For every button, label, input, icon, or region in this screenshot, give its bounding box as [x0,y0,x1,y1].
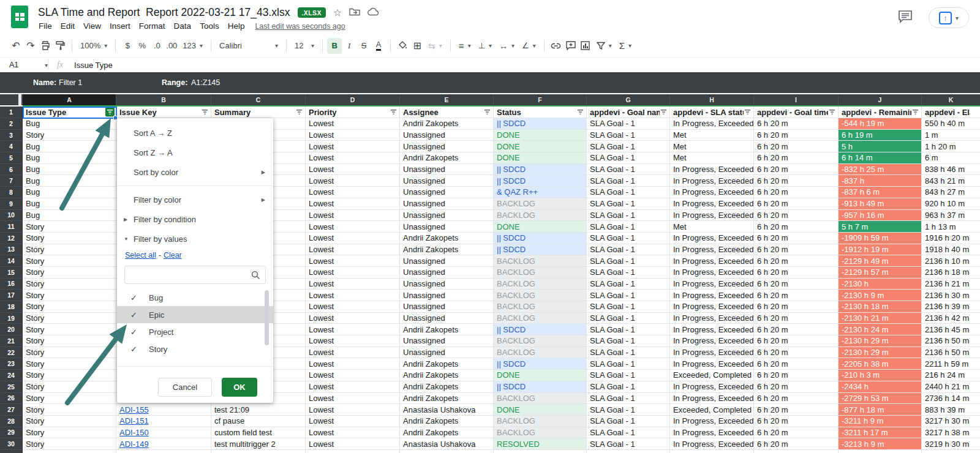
menu-item-sort-az[interactable]: Sort A → Z [117,123,273,143]
column-header-I[interactable]: I [754,94,839,105]
cell-E14[interactable]: Unassigned [400,255,494,267]
cell-D26[interactable]: Lowest [306,393,400,405]
cell-F12[interactable]: || SDCD [494,233,587,244]
cell-K5[interactable]: 6 m [922,152,980,164]
row-header-19[interactable]: 19 [0,313,23,324]
cell-E10[interactable]: Unassigned [400,210,494,222]
menu-item-sort-by-color[interactable]: Sort by color ▶ [117,162,273,182]
cell-A5[interactable]: Bug [23,152,116,164]
cell-D18[interactable]: Lowest [306,301,400,313]
cell-F15[interactable]: BACKLOG [494,267,587,279]
menu-data[interactable]: Data [170,20,196,32]
cell-A29[interactable]: Story [23,427,116,439]
cell-K7[interactable]: 843 h 21 m [922,175,980,187]
cell-G26[interactable]: SLA Goal - 1 [587,393,670,405]
cell-J16[interactable]: -2130 h [839,279,922,290]
cell-K30[interactable]: 3219 h 30 m [922,438,980,450]
cell-G19[interactable]: SLA Goal - 1 [587,313,670,324]
column-header-D[interactable]: D [306,94,400,105]
cloud-saved-icon[interactable] [368,7,379,18]
header-cell-C[interactable]: Summary [211,107,306,118]
row-header-29[interactable]: 29 [0,427,23,439]
cell-E22[interactable]: Unassigned [400,347,494,359]
cell-A6[interactable]: Bug [23,164,116,176]
cell-H4[interactable]: Met [670,141,754,152]
cell-D14[interactable]: Lowest [306,255,400,267]
row-header-30[interactable]: 30 [0,438,23,450]
paint-format-button[interactable] [53,38,67,54]
cell-J9[interactable]: -913 h 49 m [839,198,922,210]
cell-H17[interactable]: In Progress, Exceeded [670,290,754,301]
cell-K15[interactable]: 2136 h 18 m [922,267,980,279]
fill-color-button[interactable] [395,38,410,54]
cell-I5[interactable]: 6 h 20 m [754,152,839,164]
cell-B29[interactable]: ADI-150 [116,427,211,439]
cell-I6[interactable]: 6 h 20 m [754,164,839,176]
cell-D20[interactable]: Lowest [306,324,400,335]
cell-F10[interactable]: BACKLOG [494,210,587,222]
font-size-select[interactable]: 12▾ [291,38,318,54]
cell-I19[interactable]: 6 h 20 m [754,313,839,324]
undo-button[interactable]: ↶ [9,38,23,54]
cell-A19[interactable]: Story [23,313,116,324]
cell-F25[interactable]: || SDCD [494,381,587,393]
header-cell-K[interactable]: appdevi - Elaps [922,107,980,118]
cell-J7[interactable]: -837 h [839,175,922,187]
cell-K14[interactable]: 2136 h 10 m [922,255,980,267]
ok-button[interactable]: OK [222,378,257,397]
cell-K12[interactable]: 1916 h 20 m [922,233,980,244]
cell-H2[interactable]: In Progress, Exceeded [670,118,754,130]
increase-decimals-button[interactable]: .00 [164,38,179,54]
cell-H21[interactable]: In Progress, Exceeded [670,335,754,347]
cell-B28[interactable]: ADI-151 [116,416,211,427]
menu-tools[interactable]: Tools [195,20,224,32]
cell-F17[interactable]: BACKLOG [494,290,587,301]
row-header-15[interactable]: 15 [0,267,23,279]
cell-F14[interactable]: BACKLOG [494,255,587,267]
cell-K24[interactable]: 216 h 24 m [922,370,980,381]
row-header-12[interactable]: 12 [0,233,23,244]
column-header-F[interactable]: F [494,94,587,105]
cell-A12[interactable]: Story [23,233,116,244]
filter-icon[interactable] [576,108,584,116]
cell-K17[interactable]: 2136 h 30 m [922,290,980,301]
cell-I16[interactable]: 6 h 20 m [754,279,839,290]
cell-G5[interactable]: SLA Goal - 1 [587,152,670,164]
cell-E19[interactable]: Unassigned [400,313,494,324]
row-header-11[interactable]: 11 [0,221,23,233]
filter-icon[interactable] [390,108,398,116]
cell-H5[interactable]: Met [670,152,754,164]
cell-H22[interactable]: In Progress, Exceeded [670,347,754,359]
cell-K27[interactable]: 883 h 39 m [922,404,980,416]
cell-F22[interactable]: BACKLOG [494,347,587,359]
cell-H16[interactable]: In Progress, Exceeded [670,279,754,290]
cell-D12[interactable]: Lowest [306,233,400,244]
insert-chart-button[interactable] [578,38,593,54]
cell-D25[interactable]: Lowest [306,381,400,393]
cell-J13[interactable]: -1912 h 19 m [839,244,922,256]
cell-G7[interactable]: SLA Goal - 1 [587,175,670,187]
menu-item-filter-by-condition[interactable]: ▶ Filter by condition [117,209,273,229]
cell-K23[interactable]: 2211 h 59 m [922,358,980,370]
cell-G11[interactable]: SLA Goal - 1 [587,221,670,233]
cell-I7[interactable]: 6 h 20 m [754,175,839,187]
cell-I10[interactable]: 6 h 20 m [754,210,839,222]
row-header-18[interactable]: 18 [0,301,23,313]
clear-link[interactable]: Clear [164,251,182,260]
cell-D28[interactable]: Lowest [306,416,400,427]
cell-H23[interactable]: In Progress, Exceeded [670,358,754,370]
cell-H26[interactable]: In Progress, Exceeded [670,393,754,405]
filter-icon[interactable] [201,108,209,116]
column-header-G[interactable]: G [587,94,670,105]
filter-icon[interactable] [744,108,752,116]
cell-E17[interactable]: Unassigned [400,290,494,301]
cell-A3[interactable]: Story [23,130,116,141]
merge-cells-button[interactable]: ⇆▾ [424,38,446,54]
cell-H9[interactable]: In Progress, Exceeded [670,198,754,210]
filter-value-project[interactable]: ✓Project [117,323,273,340]
cell-D2[interactable]: Lowest [306,118,400,130]
row-header-22[interactable]: 22 [0,347,23,359]
cell-I24[interactable]: 6 h 20 m [754,370,839,381]
cell-J2[interactable]: -544 h 19 m [839,118,922,130]
cell-A17[interactable]: Story [23,290,116,301]
